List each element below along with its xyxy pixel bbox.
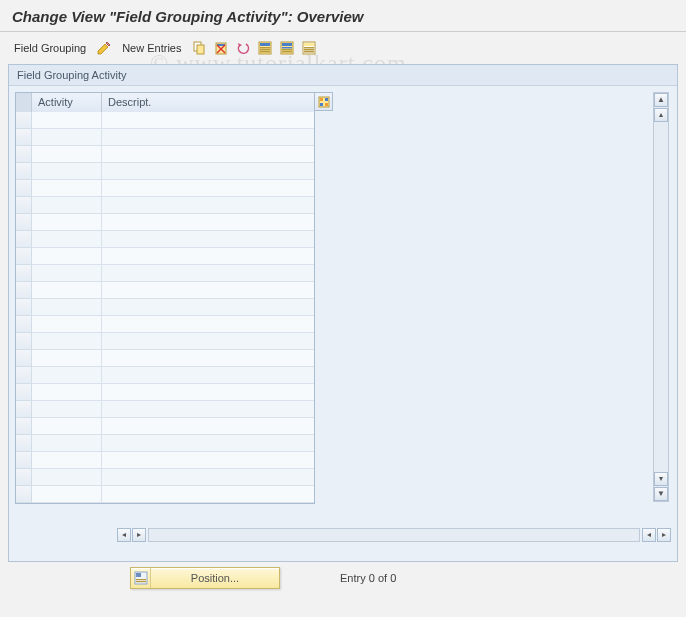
row-selector[interactable]	[16, 384, 32, 401]
scroll-left-icon[interactable]: ◂	[642, 528, 656, 542]
cell-activity[interactable]	[32, 367, 102, 384]
cell-activity[interactable]	[32, 384, 102, 401]
table-row[interactable]	[16, 418, 314, 435]
table-row[interactable]	[16, 401, 314, 418]
cell-descript[interactable]	[102, 418, 314, 435]
table-row[interactable]	[16, 248, 314, 265]
cell-descript[interactable]	[102, 367, 314, 384]
select-all-column-header[interactable]	[16, 93, 32, 112]
new-entries-button[interactable]: New Entries	[118, 40, 185, 56]
cell-activity[interactable]	[32, 231, 102, 248]
cell-descript[interactable]	[102, 299, 314, 316]
row-selector[interactable]	[16, 469, 32, 486]
row-selector[interactable]	[16, 282, 32, 299]
row-selector[interactable]	[16, 316, 32, 333]
cell-activity[interactable]	[32, 469, 102, 486]
scroll-up-icon[interactable]: ▲	[654, 93, 668, 107]
cell-descript[interactable]	[102, 435, 314, 452]
table-row[interactable]	[16, 231, 314, 248]
row-selector[interactable]	[16, 129, 32, 146]
cell-activity[interactable]	[32, 112, 102, 129]
cell-descript[interactable]	[102, 180, 314, 197]
cell-descript[interactable]	[102, 146, 314, 163]
cell-descript[interactable]	[102, 486, 314, 503]
cell-descript[interactable]	[102, 163, 314, 180]
select-block-icon[interactable]	[279, 40, 295, 56]
deselect-all-icon[interactable]	[301, 40, 317, 56]
cell-descript[interactable]	[102, 282, 314, 299]
cell-activity[interactable]	[32, 180, 102, 197]
scroll-down-icon[interactable]: ▼	[654, 487, 668, 501]
cell-activity[interactable]	[32, 350, 102, 367]
cell-activity[interactable]	[32, 401, 102, 418]
table-row[interactable]	[16, 299, 314, 316]
table-row[interactable]	[16, 129, 314, 146]
row-selector[interactable]	[16, 486, 32, 503]
cell-activity[interactable]	[32, 197, 102, 214]
table-row[interactable]	[16, 435, 314, 452]
cell-activity[interactable]	[32, 452, 102, 469]
cell-activity[interactable]	[32, 214, 102, 231]
row-selector[interactable]	[16, 248, 32, 265]
cell-descript[interactable]	[102, 197, 314, 214]
row-selector[interactable]	[16, 231, 32, 248]
row-selector[interactable]	[16, 197, 32, 214]
table-row[interactable]	[16, 163, 314, 180]
table-settings-icon[interactable]	[315, 92, 333, 111]
table-row[interactable]	[16, 350, 314, 367]
cell-activity[interactable]	[32, 435, 102, 452]
cell-descript[interactable]	[102, 316, 314, 333]
cell-activity[interactable]	[32, 316, 102, 333]
table-row[interactable]	[16, 146, 314, 163]
cell-descript[interactable]	[102, 112, 314, 129]
column-header-activity[interactable]: Activity	[32, 93, 102, 112]
table-row[interactable]	[16, 333, 314, 350]
row-selector[interactable]	[16, 435, 32, 452]
row-selector[interactable]	[16, 418, 32, 435]
cell-activity[interactable]	[32, 248, 102, 265]
table-row[interactable]	[16, 316, 314, 333]
cell-descript[interactable]	[102, 333, 314, 350]
table-row[interactable]	[16, 384, 314, 401]
cell-activity[interactable]	[32, 486, 102, 503]
table-row[interactable]	[16, 367, 314, 384]
table-row[interactable]	[16, 265, 314, 282]
row-selector[interactable]	[16, 299, 32, 316]
table-row[interactable]	[16, 197, 314, 214]
table-row[interactable]	[16, 282, 314, 299]
cell-activity[interactable]	[32, 146, 102, 163]
position-button[interactable]: Position...	[130, 567, 280, 589]
cell-descript[interactable]	[102, 452, 314, 469]
table-row[interactable]	[16, 214, 314, 231]
table-row[interactable]	[16, 452, 314, 469]
cell-activity[interactable]	[32, 129, 102, 146]
undo-icon[interactable]	[235, 40, 251, 56]
cell-descript[interactable]	[102, 350, 314, 367]
cell-activity[interactable]	[32, 333, 102, 350]
table-row[interactable]	[16, 469, 314, 486]
cell-descript[interactable]	[102, 401, 314, 418]
column-header-descript[interactable]: Descript.	[102, 93, 314, 112]
row-selector[interactable]	[16, 265, 32, 282]
row-selector[interactable]	[16, 146, 32, 163]
cell-activity[interactable]	[32, 418, 102, 435]
cell-activity[interactable]	[32, 299, 102, 316]
delete-icon[interactable]	[213, 40, 229, 56]
cell-descript[interactable]	[102, 248, 314, 265]
table-row[interactable]	[16, 112, 314, 129]
scroll-up-step-icon[interactable]: ▴	[654, 108, 668, 122]
table-row[interactable]	[16, 486, 314, 503]
row-selector[interactable]	[16, 112, 32, 129]
cell-activity[interactable]	[32, 163, 102, 180]
row-selector[interactable]	[16, 367, 32, 384]
scroll-track[interactable]	[148, 528, 640, 542]
cell-descript[interactable]	[102, 469, 314, 486]
inner-scroll-right-icon[interactable]: ▸	[132, 528, 146, 542]
row-selector[interactable]	[16, 452, 32, 469]
scroll-right-icon[interactable]: ▸	[657, 528, 671, 542]
table-row[interactable]	[16, 180, 314, 197]
cell-descript[interactable]	[102, 265, 314, 282]
cell-activity[interactable]	[32, 265, 102, 282]
cell-descript[interactable]	[102, 214, 314, 231]
row-selector[interactable]	[16, 350, 32, 367]
